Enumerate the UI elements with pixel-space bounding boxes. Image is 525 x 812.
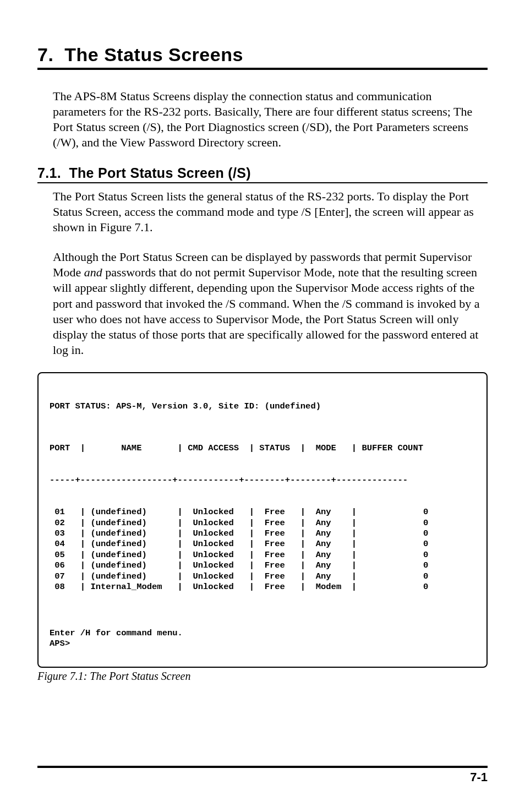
page-footer: 7-1: [37, 766, 488, 784]
chapter-title: 7. The Status Screens: [37, 44, 488, 70]
section-title-text: The Port Status Screen (/S): [69, 165, 250, 181]
section-number: 7.1.: [37, 165, 61, 181]
terminal-separator: -----+------------------+------------+--…: [50, 475, 475, 486]
chapter-number: 7.: [37, 44, 53, 65]
terminal-footer: Enter /H for command menu. APS>: [50, 628, 475, 650]
chapter-title-text: The Status Screens: [64, 44, 243, 65]
terminal-output: PORT STATUS: APS-M, Version 3.0, Site ID…: [37, 372, 488, 668]
section-paragraph-1: The Port Status Screen lists the general…: [53, 189, 488, 235]
footer-rule: [37, 766, 488, 768]
figure-caption: Figure 7.1: The Port Status Screen: [37, 670, 488, 683]
section-title: 7.1. The Port Status Screen (/S): [37, 165, 488, 183]
terminal-data-rows: 01 | (undefined) | Unlocked | Free | Any…: [50, 507, 475, 592]
para2-post: passwords that do not permit Supervisor …: [53, 265, 480, 357]
para2-italic: and: [84, 265, 102, 279]
page-number: 7-1: [37, 770, 488, 784]
terminal-title-line: PORT STATUS: APS-M, Version 3.0, Site ID…: [50, 401, 475, 412]
intro-paragraph: The APS-8M Status Screens display the co…: [53, 89, 488, 151]
section-paragraph-2: Although the Port Status Screen can be d…: [53, 249, 488, 358]
terminal-header-row: PORT | NAME | CMD ACCESS | STATUS | MODE…: [50, 443, 475, 454]
